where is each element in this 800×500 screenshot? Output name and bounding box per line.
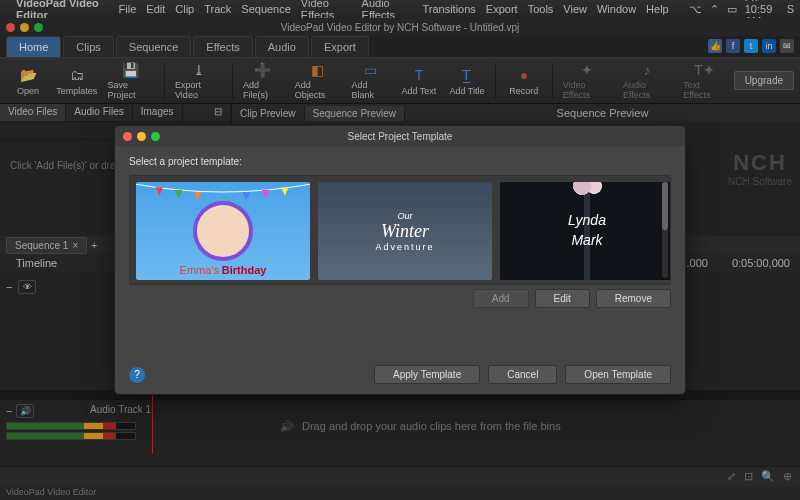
dialog-zoom-icon[interactable] [151, 132, 160, 141]
bunting-icon [136, 182, 310, 202]
photo-placeholder-icon [193, 201, 253, 261]
apply-template-button[interactable]: Apply Template [374, 365, 480, 384]
template-birthday[interactable]: Emma's Birthday [136, 182, 310, 280]
template-dialog: Select Project Template Select a project… [114, 125, 686, 395]
help-icon[interactable]: ? [129, 367, 145, 383]
template-winter[interactable]: Our Winter Adventure [318, 182, 492, 280]
svg-marker-0 [155, 187, 163, 196]
template-list: Emma's Birthday Our Winter Adventure Lyn… [129, 175, 671, 285]
svg-marker-2 [194, 192, 202, 201]
flowers-icon [570, 182, 610, 196]
dialog-title: Select Project Template [348, 131, 453, 142]
cancel-button[interactable]: Cancel [488, 365, 557, 384]
template-remove-button[interactable]: Remove [596, 289, 671, 308]
template-wedding[interactable]: LyndaMark [500, 182, 671, 280]
template-scrollbar[interactable] [662, 182, 668, 278]
dialog-label: Select a project template: [129, 156, 671, 167]
template-add-button: Add [473, 289, 529, 308]
svg-marker-4 [262, 190, 270, 199]
dialog-minimize-icon[interactable] [137, 132, 146, 141]
open-template-button[interactable]: Open Template [565, 365, 671, 384]
svg-marker-3 [242, 192, 250, 201]
dialog-close-icon[interactable] [123, 132, 132, 141]
svg-marker-1 [175, 190, 183, 199]
svg-marker-5 [281, 187, 289, 196]
template-edit-button[interactable]: Edit [535, 289, 590, 308]
